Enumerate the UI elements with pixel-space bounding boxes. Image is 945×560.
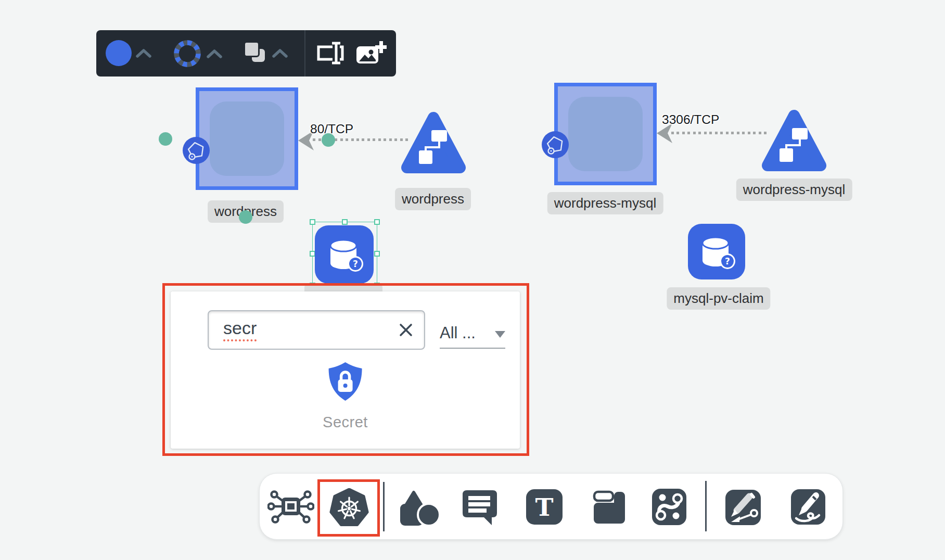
- pvc-database-icon: ?: [696, 232, 737, 272]
- connection-point[interactable]: [322, 133, 335, 147]
- pvc-node-mysql[interactable]: ?: [688, 224, 745, 279]
- note-tool-button[interactable]: [593, 490, 626, 525]
- edge-line[interactable]: [671, 132, 769, 134]
- freehand-tool-button[interactable]: [791, 489, 825, 525]
- chip-icon: [267, 487, 314, 526]
- text-icon: T: [526, 489, 563, 525]
- service-node-wordpress[interactable]: [400, 110, 467, 179]
- node-label[interactable]: wordpress: [395, 188, 471, 210]
- text-tool-button[interactable]: T: [526, 489, 563, 525]
- tool-toolbar: T: [259, 473, 843, 540]
- fill-color-swatch: [106, 40, 132, 66]
- infrastructure-tool-button[interactable]: [267, 487, 314, 526]
- diagram-canvas[interactable]: 80/TCP wordpress wordpress 3306/TCP word…: [0, 0, 945, 560]
- secret-shield-icon: [326, 361, 364, 402]
- connection-point[interactable]: [159, 132, 172, 146]
- kind-filter-dropdown[interactable]: All ...: [440, 319, 505, 349]
- fill-color-button[interactable]: [106, 40, 151, 66]
- add-image-icon: [355, 40, 387, 66]
- pvc-database-icon: ?: [324, 234, 365, 275]
- chevron-up-icon: [207, 49, 222, 58]
- clear-search-icon[interactable]: [397, 321, 415, 339]
- search-input[interactable]: secr: [208, 310, 425, 350]
- dropdown-arrow-icon: [495, 331, 505, 338]
- search-dialog: secr All ... Secret: [171, 291, 520, 449]
- chevron-up-icon: [136, 49, 151, 58]
- pod-icon: [542, 131, 569, 158]
- search-result-secret[interactable]: Secret: [323, 361, 368, 431]
- selection-handle[interactable]: [374, 219, 380, 225]
- copy-style-icon: [242, 40, 268, 66]
- stroke-style-button[interactable]: [172, 39, 222, 69]
- toolbar-divider: [304, 30, 305, 77]
- node-label[interactable]: mysql-pv-claim: [667, 287, 770, 310]
- edge-draw-tool-button[interactable]: [725, 490, 761, 525]
- shapes-icon: [399, 490, 441, 527]
- selection-handle[interactable]: [374, 251, 380, 257]
- toolbar-divider: [705, 481, 707, 531]
- deployment-inner-shape: [568, 97, 643, 171]
- pen-arrow-icon: [725, 490, 761, 525]
- svg-text:?: ?: [725, 256, 730, 266]
- chevron-up-icon: [272, 49, 288, 58]
- dashed-stroke-icon: [172, 39, 202, 69]
- pencil-scribble-icon: [791, 489, 825, 525]
- node-label[interactable]: wordpress-mysql: [547, 192, 663, 214]
- search-input-value: secr: [223, 319, 257, 341]
- svg-text:?: ?: [353, 259, 358, 269]
- rename-button[interactable]: [315, 41, 345, 65]
- selection-handle[interactable]: [342, 219, 348, 225]
- result-label: Secret: [323, 414, 368, 431]
- connector-tool-button[interactable]: [652, 489, 686, 525]
- kubernetes-tool-button[interactable]: [329, 488, 369, 528]
- rename-icon: [315, 41, 345, 65]
- shapes-tool-button[interactable]: [399, 490, 441, 527]
- connector-icon: [652, 489, 686, 525]
- pvc-node-selected[interactable]: ?: [315, 225, 374, 284]
- pod-icon: [183, 137, 210, 164]
- kubernetes-icon: [329, 488, 369, 528]
- style-toolbar: [96, 30, 396, 77]
- node-label[interactable]: wordpress-mysql: [736, 179, 852, 201]
- connection-point[interactable]: [239, 210, 252, 224]
- comment-tool-button[interactable]: [462, 489, 498, 526]
- toolbar-divider: [383, 482, 385, 531]
- comment-icon: [462, 489, 498, 526]
- kind-filter-value: All ...: [440, 324, 476, 342]
- deployment-node-wordpress[interactable]: [196, 87, 298, 190]
- deployment-inner-shape: [210, 101, 284, 176]
- edge-label[interactable]: 3306/TCP: [662, 112, 719, 127]
- note-icon: [593, 490, 626, 525]
- service-node-wordpress-mysql[interactable]: [760, 108, 828, 177]
- deployment-node-wordpress-mysql[interactable]: [554, 83, 657, 185]
- selection-handle[interactable]: [310, 219, 315, 225]
- replace-image-button[interactable]: [355, 40, 387, 66]
- copy-style-button[interactable]: [242, 40, 288, 66]
